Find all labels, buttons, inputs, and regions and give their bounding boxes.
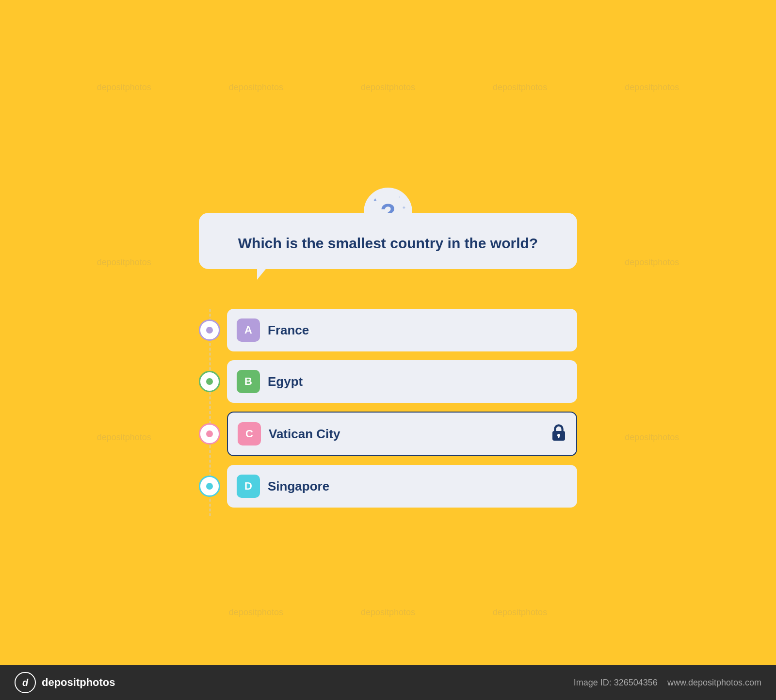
question-bubble: Which is the smallest country in the wor…: [199, 213, 577, 269]
answer-text-c: Vatican City: [269, 427, 543, 442]
logo-text: depositphotos: [42, 676, 115, 689]
image-id: Image ID: 326504356: [574, 678, 658, 688]
answer-label-d: D: [237, 475, 260, 498]
answer-dot-c: [199, 423, 220, 445]
answer-dot-b: [199, 371, 220, 392]
answer-row-d[interactable]: D Singapore: [199, 465, 577, 508]
answer-label-c: C: [238, 422, 261, 445]
lock-icon: [551, 424, 566, 445]
answer-dot-d: [199, 476, 220, 497]
svg-text:+: +: [403, 205, 405, 210]
answer-card-a[interactable]: A France: [227, 309, 577, 351]
svg-text:◦: ◦: [399, 195, 400, 199]
answer-text-b: Egypt: [268, 374, 567, 389]
answer-card-b[interactable]: B Egypt: [227, 360, 577, 403]
quiz-container: ▲ ◦ + ? Which is the smallest country in…: [199, 184, 577, 516]
answer-text-a: France: [268, 323, 567, 338]
answer-row-a[interactable]: A France: [199, 309, 577, 351]
answer-row-c[interactable]: C Vatican City: [199, 412, 577, 456]
depositphotos-logo: d depositphotos: [15, 672, 115, 693]
svg-rect-10: [558, 435, 560, 438]
logo-circle: d: [15, 672, 36, 693]
bottom-bar: d depositphotos Image ID: 326504356 www.…: [0, 665, 776, 700]
answer-card-c[interactable]: C Vatican City: [227, 412, 577, 456]
answers-section: A France B Egypt C Vatican City: [199, 309, 577, 516]
answer-label-b: B: [237, 370, 260, 393]
svg-text:▲: ▲: [372, 196, 378, 202]
answer-text-d: Singapore: [268, 479, 567, 494]
answer-label-a: A: [237, 318, 260, 342]
question-text: Which is the smallest country in the wor…: [222, 235, 554, 252]
answer-row-b[interactable]: B Egypt: [199, 360, 577, 403]
bottom-right: Image ID: 326504356 www.depositphotos.co…: [574, 678, 761, 688]
website-url: www.depositphotos.com: [667, 678, 761, 688]
answer-dot-a: [199, 319, 220, 341]
answer-card-d[interactable]: D Singapore: [227, 465, 577, 508]
